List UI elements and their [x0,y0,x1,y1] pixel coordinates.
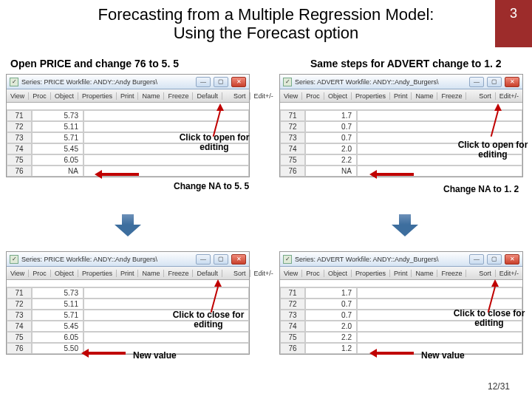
menu-default[interactable]: Default [193,92,222,100]
menu-print[interactable]: Print [390,270,412,277]
menu-proc[interactable]: Proc [302,92,324,100]
menu-properties[interactable]: Properties [352,92,390,100]
slide-number-badge: 3 [495,0,532,47]
menu-name[interactable]: Name [412,92,437,100]
series-icon: ✓ [283,78,292,86]
window-toolbar: View Proc Object Properties Print Name F… [280,89,522,103]
annotation-click-open-left: Click to open for editing [170,133,259,152]
menu-default[interactable]: Default [193,270,222,277]
window-titlebar: ✓ Series: PRICE Workfile: ANDY::Andy Bur… [7,75,249,89]
slide-header: Forecasting from a Multiple Regression M… [0,0,532,47]
menu-sort[interactable]: Sort [230,270,250,277]
close-button[interactable]: ✕ [231,254,246,265]
close-button[interactable]: ✕ [231,77,246,87]
menu-view[interactable]: View [280,92,302,100]
menu-freeze[interactable]: Freeze [437,270,466,277]
arrow-down-icon [115,214,141,236]
annotation-new-value-right: New value [421,351,465,361]
menu-object[interactable]: Object [51,270,78,277]
page-number: 12/31 [488,381,510,392]
menu-object[interactable]: Object [324,92,352,100]
menu-properties[interactable]: Properties [78,92,117,100]
window-toolbar: View Proc Object Properties Print Name F… [7,267,249,280]
menu-edit[interactable]: Edit+/- [496,92,522,100]
window-titlebar: ✓ Series: ADVERT Workfile: ANDY::Andy_Bu… [280,252,522,267]
minimize-button[interactable]: — [469,254,484,265]
series-icon: ✓ [283,255,292,264]
title-line1: Forecasting from a Multiple Regression M… [98,5,434,24]
advert-window-before: ✓ Series: ADVERT Workfile: ANDY::Andy_Bu… [279,74,523,177]
menu-sort[interactable]: Sort [475,270,496,277]
menu-proc[interactable]: Proc [302,270,324,277]
menu-name[interactable]: Name [412,270,437,277]
annotation-click-close-right: Click to close for editing [452,309,526,328]
menu-view[interactable]: View [7,270,29,277]
minimize-button[interactable]: — [196,77,211,87]
arrow-down-icon [392,214,418,236]
maximize-button[interactable]: ▢ [487,254,502,265]
menu-proc[interactable]: Proc [29,270,51,277]
menu-edit[interactable]: Edit+/- [496,270,522,277]
annotation-change-advert: Change NA to 1. 2 [443,185,519,194]
menu-properties[interactable]: Properties [78,270,117,277]
menu-print[interactable]: Print [117,270,139,277]
window-titlebar: ✓ Series: ADVERT Workfile: ANDY::Andy_Bu… [280,75,522,89]
price-window-before: ✓ Series: PRICE Workfile: ANDY::Andy Bur… [6,74,250,177]
minimize-button[interactable]: — [196,254,211,265]
minimize-button[interactable]: — [469,77,484,87]
close-button[interactable]: ✕ [505,254,519,265]
menu-freeze[interactable]: Freeze [437,92,466,100]
menu-freeze[interactable]: Freeze [164,92,193,100]
window-titlebar: ✓ Series: PRICE Workfile: ANDY::Andy Bur… [7,252,249,267]
menu-sort[interactable]: Sort [230,92,250,100]
annotation-new-value-left: New value [133,351,177,361]
menu-name[interactable]: Name [138,92,164,100]
menu-view[interactable]: View [280,270,302,277]
menu-object[interactable]: Object [324,270,352,277]
close-button[interactable]: ✕ [505,77,519,87]
maximize-button[interactable]: ▢ [214,254,228,265]
annotation-click-close-left: Click to close for editing [171,310,245,330]
menu-edit[interactable]: Edit+/- [250,92,277,100]
slide-title: Forecasting from a Multiple Regression M… [98,5,434,43]
maximize-button[interactable]: ▢ [487,77,502,87]
advert-window-after: ✓ Series: ADVERT Workfile: ANDY::Andy_Bu… [279,251,523,355]
annotation-change-price: Change NA to 5. 5 [174,182,249,191]
title-line2: Using the Forecast option [174,24,359,42]
window-title: Series: PRICE Workfile: ANDY::Andy Burge… [21,78,157,86]
menu-properties[interactable]: Properties [352,270,390,277]
menu-sort[interactable]: Sort [475,92,496,100]
menu-name[interactable]: Name [138,270,164,277]
window-title: Series: PRICE Workfile: ANDY::Andy Burge… [21,256,157,263]
menu-print[interactable]: Print [390,92,412,100]
menu-print[interactable]: Print [117,92,139,100]
menu-object[interactable]: Object [51,92,78,100]
window-toolbar: View Proc Object Properties Print Name F… [280,267,522,280]
menu-proc[interactable]: Proc [29,92,51,100]
annotation-click-open-right: Click to open for editing [452,140,532,160]
window-title: Series: ADVERT Workfile: ANDY::Andy_Burg… [295,256,439,263]
series-icon: ✓ [10,255,18,264]
menu-view[interactable]: View [7,92,29,100]
menu-edit[interactable]: Edit+/- [250,270,277,277]
window-title: Series: ADVERT Workfile: ANDY::Andy_Burg… [295,78,439,86]
instruction-right: Same steps for ADVERT change to 1. 2 [310,58,502,69]
maximize-button[interactable]: ▢ [214,77,228,87]
menu-freeze[interactable]: Freeze [164,270,193,277]
window-toolbar: View Proc Object Properties Print Name F… [7,89,249,103]
series-icon: ✓ [10,78,18,86]
instruction-left: Open PRICE and change 76 to 5. 5 [10,58,179,69]
